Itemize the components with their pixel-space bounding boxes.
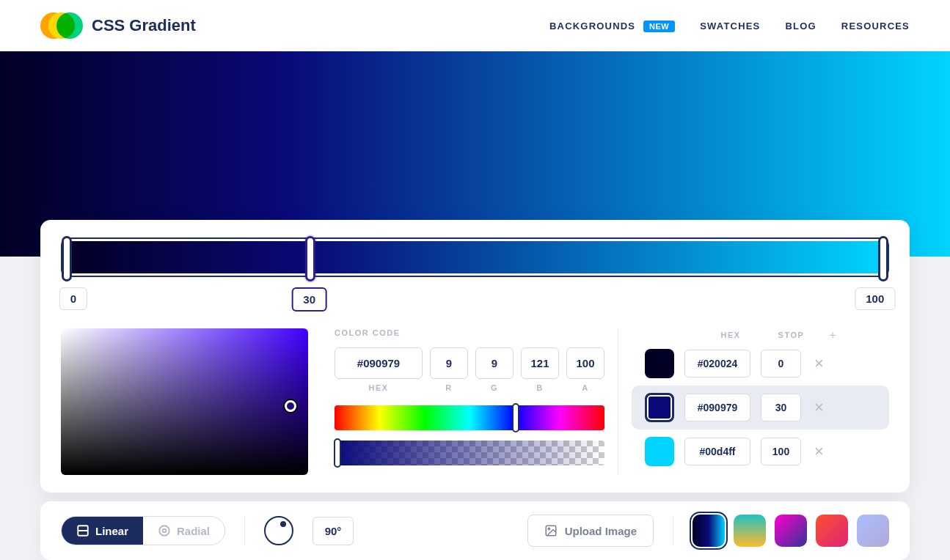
delete-stop-button[interactable]: × <box>811 442 827 461</box>
hex-label: HEX <box>335 383 423 392</box>
logo[interactable]: CSS Gradient <box>40 12 196 39</box>
preset-1[interactable] <box>734 515 766 547</box>
linear-label: Linear <box>95 525 128 537</box>
close-icon: × <box>814 398 824 416</box>
preset-2[interactable] <box>775 515 807 547</box>
r-input[interactable] <box>430 347 468 379</box>
stops-hex-header: HEX <box>698 331 764 339</box>
gradient-handle-1[interactable] <box>305 236 315 281</box>
nav-backgrounds-label: BACKGROUNDS <box>549 21 635 32</box>
stop-pos-input[interactable] <box>761 350 801 377</box>
color-code-label: COLOR CODE <box>335 328 604 337</box>
a-label: A <box>566 383 604 392</box>
stop-pos-input[interactable] <box>761 394 801 421</box>
delete-stop-button[interactable]: × <box>811 354 827 373</box>
svg-point-3 <box>163 529 167 533</box>
svg-point-5 <box>548 528 549 529</box>
g-label: G <box>475 383 514 392</box>
a-input[interactable] <box>566 347 604 379</box>
saturation-panel[interactable] <box>61 328 308 475</box>
linear-button[interactable]: Linear <box>62 517 143 545</box>
radial-label: Radial <box>177 525 210 537</box>
stop-swatch[interactable] <box>645 437 674 466</box>
svg-point-2 <box>159 526 169 536</box>
stop-label-1[interactable]: 30 <box>291 287 327 312</box>
nav-blog[interactable]: BLOG <box>785 21 816 32</box>
r-label: R <box>430 383 468 392</box>
radial-button[interactable]: Radial <box>143 517 224 545</box>
b-input[interactable] <box>521 347 559 379</box>
stop-hex-input[interactable] <box>684 394 750 421</box>
linear-icon <box>76 524 89 537</box>
gradient-handle-2[interactable] <box>878 236 888 281</box>
stop-hex-input[interactable] <box>684 350 750 377</box>
nav-swatches[interactable]: SWATCHES <box>700 21 760 32</box>
hue-slider[interactable] <box>335 405 604 430</box>
stop-swatch[interactable] <box>645 349 674 378</box>
image-icon <box>544 524 558 537</box>
upload-label: Upload Image <box>565 525 637 537</box>
new-badge: NEW <box>643 21 675 32</box>
gradient-type-toggle: Linear Radial <box>61 516 225 545</box>
hex-input[interactable] <box>335 347 423 379</box>
upload-image-button[interactable]: Upload Image <box>527 515 654 547</box>
preset-4[interactable] <box>857 515 889 547</box>
g-input[interactable] <box>475 347 514 379</box>
nav-backgrounds[interactable]: BACKGROUNDS NEW <box>549 21 675 32</box>
delete-stop-button[interactable]: × <box>811 398 827 417</box>
logo-icon <box>40 12 81 39</box>
plus-icon: ＋ <box>827 328 838 343</box>
brand-name: CSS Gradient <box>92 16 196 35</box>
stops-stop-header: STOP <box>771 331 811 339</box>
angle-input[interactable] <box>313 517 354 545</box>
angle-dial[interactable] <box>264 516 293 545</box>
radial-icon <box>158 524 171 537</box>
gradient-slider[interactable] <box>61 237 889 277</box>
separator <box>673 516 673 545</box>
stop-pos-input[interactable] <box>761 438 801 465</box>
hue-handle[interactable] <box>512 403 519 432</box>
alpha-slider[interactable] <box>335 441 604 465</box>
stop-row-0[interactable]: × <box>632 342 889 386</box>
preset-3[interactable] <box>816 515 848 547</box>
stop-hex-input[interactable] <box>684 438 750 465</box>
preset-0[interactable] <box>693 515 725 547</box>
gradient-handle-0[interactable] <box>62 236 72 281</box>
b-label: B <box>521 383 559 392</box>
close-icon: × <box>814 354 824 372</box>
saturation-cursor[interactable] <box>285 400 296 412</box>
angle-dial-dot <box>280 521 286 527</box>
stop-swatch[interactable] <box>645 393 674 422</box>
nav-resources[interactable]: RESOURCES <box>841 21 910 32</box>
stop-label-2[interactable]: 100 <box>855 287 895 310</box>
stop-row-1[interactable]: × <box>632 386 889 430</box>
alpha-handle[interactable] <box>334 438 341 468</box>
close-icon: × <box>814 442 824 460</box>
add-stop-button[interactable]: ＋ <box>826 328 839 342</box>
stop-label-0[interactable]: 0 <box>59 287 87 310</box>
separator <box>244 516 245 545</box>
stop-row-2[interactable]: × <box>632 430 889 474</box>
